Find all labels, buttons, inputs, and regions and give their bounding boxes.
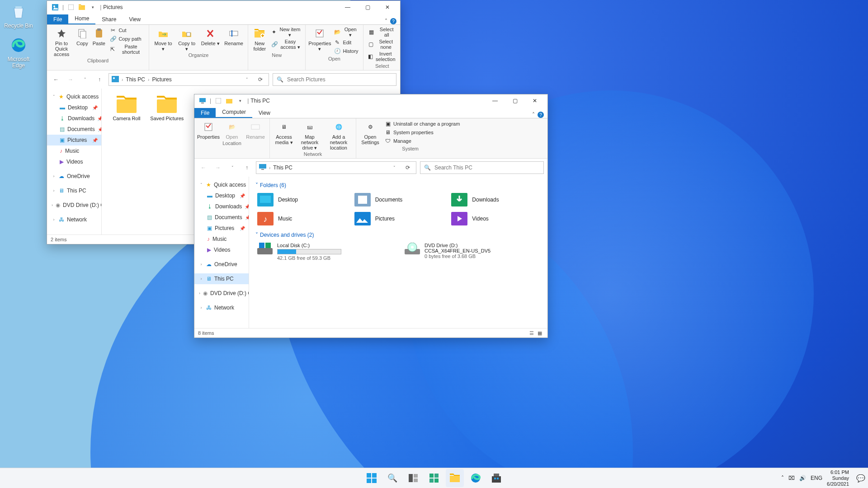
titlebar[interactable]: | ▾ | This PC — ▢ ✕ [194,94,547,107]
section-folders[interactable]: ˅Folders (6) [255,182,541,188]
access-media-button[interactable]: 🖥Access media ▾ [273,120,295,145]
tab-share[interactable]: Share [95,14,123,24]
maximize-button[interactable]: ▢ [358,1,377,14]
recent-locations-button[interactable]: ˅ [80,74,90,85]
maximize-button[interactable]: ▢ [505,94,525,107]
manage-button[interactable]: 🛡Manage [382,137,462,145]
tree-desktop[interactable]: ▬Desktop📌 [194,190,249,201]
breadcrumb-pictures[interactable]: Pictures [152,76,171,83]
pc-folder-downloads[interactable]: Downloads [449,191,541,208]
tray-language[interactable]: ENG [811,475,822,481]
tree-downloads[interactable]: ⭳Downloads📌 [194,201,249,212]
up-button[interactable]: ↑ [241,162,252,173]
chevron-right-icon[interactable]: › [148,77,149,82]
paste-shortcut-button[interactable]: ⇱Paste shortcut [108,43,146,55]
copy-button[interactable]: Copy [74,26,90,46]
tree-dvd[interactable]: ›◉DVD Drive (D:) CCSA [194,288,249,299]
tab-computer[interactable]: Computer [216,107,252,118]
cut-button[interactable]: ✂Cut [108,26,146,34]
tree-videos[interactable]: ▶Videos [194,244,249,255]
new-folder-button[interactable]: New folder [251,26,268,52]
up-button[interactable]: ↑ [94,74,105,85]
taskbar-clock[interactable]: 6:01 PM Sunday 6/20/2021 [827,469,849,487]
paste-button[interactable]: Paste [91,26,107,46]
icons-view-button[interactable]: ▦ [536,330,544,336]
tree-thispc[interactable]: ›🖥This PC [47,185,101,196]
pc-folder-pictures[interactable]: Pictures [353,210,444,227]
tab-file[interactable]: File [194,108,216,118]
chevron-right-icon[interactable]: › [269,165,270,170]
tab-view[interactable]: View [252,108,277,118]
nav-tree[interactable]: ˅★Quick access ▬Desktop📌 ⭳Downloads📌 ▤Do… [194,177,249,328]
address-dropdown-button[interactable]: ˅ [389,162,400,173]
tray-touchpad-icon[interactable]: ⌧ [788,475,795,481]
tab-file[interactable]: File [47,14,68,24]
start-button[interactable] [363,469,381,487]
copy-to-button[interactable]: Copy to ▾ [175,26,198,52]
folder-icon[interactable] [78,4,85,11]
back-button[interactable]: ← [198,162,209,173]
collapse-ribbon-icon[interactable]: ˄ [532,112,535,118]
forward-button[interactable]: → [212,162,223,173]
tray-chevron-icon[interactable]: ˄ [781,475,784,481]
map-drive-button[interactable]: 🖴Map network drive ▾ [296,120,323,150]
taskbar[interactable]: 🔍 ˄ ⌧ 🔊 ENG 6:01 PM Sunday 6/20/2021 💬 [0,468,868,488]
forward-button[interactable]: → [65,74,76,85]
pc-folder-music[interactable]: ♪Music [255,210,347,227]
taskbar-store[interactable] [487,469,505,487]
tree-music[interactable]: ♪Music [47,145,101,156]
tree-thispc[interactable]: ›🖥This PC [194,273,249,284]
edit-button[interactable]: ✎Edit [332,38,360,47]
minimize-button[interactable]: — [485,94,505,107]
delete-button[interactable]: Delete ▾ [199,26,222,46]
select-all-button[interactable]: ▦Select all [366,26,398,38]
history-button[interactable]: 🕘History [332,47,360,55]
tree-documents[interactable]: ▤Documents📌 [194,212,249,223]
open-settings-button[interactable]: ⚙Open Settings [359,120,382,145]
widgets-button[interactable] [425,469,443,487]
save-icon[interactable] [215,97,222,104]
pc-folder-videos[interactable]: Videos [449,210,541,227]
uninstall-button[interactable]: ▣Uninstall or change a program [382,120,462,128]
tree-pictures[interactable]: ▣Pictures📌 [47,135,101,145]
invert-selection-button[interactable]: ◧Invert selection [366,51,398,62]
properties-button[interactable]: Properties [197,120,220,140]
help-icon[interactable]: ? [538,112,544,118]
search-input[interactable] [434,164,540,171]
system-properties-button[interactable]: 🖥System properties [382,128,462,136]
tab-home[interactable]: Home [68,14,95,24]
easy-access-button[interactable]: 🔗Easy access ▾ [269,38,303,50]
drive-dvd-d[interactable]: DVD Drive (D:) CCSA_X64FRE_EN-US_DV5 0 b… [403,241,541,263]
search-input[interactable] [286,76,392,83]
pc-folder-documents[interactable]: Documents [353,191,444,208]
address-dropdown-button[interactable]: ˅ [241,74,252,85]
desktop[interactable]: Recycle Bin Microsoft Edge | ▾ | Picture… [0,0,868,488]
new-item-button[interactable]: ✦New item ▾ [269,26,303,38]
chevron-down-icon[interactable]: ▾ [236,97,244,104]
address-bar[interactable]: › This PC › Pictures ˅ ⟳ [108,73,269,86]
recent-locations-button[interactable]: ˅ [227,162,238,173]
tree-dvd[interactable]: ›◉DVD Drive (D:) CCSA [47,200,101,211]
close-button[interactable]: ✕ [525,94,545,107]
tree-onedrive[interactable]: ›☁OneDrive [47,171,101,182]
tree-network[interactable]: ›🖧Network [47,214,101,225]
tree-music[interactable]: ♪Music [194,234,249,244]
tab-view[interactable]: View [123,14,147,24]
tree-desktop[interactable]: ▬Desktop📌 [47,102,101,113]
chevron-down-icon[interactable]: ▾ [89,4,96,11]
open-button[interactable]: 📂Open [221,120,243,140]
search-box[interactable]: 🔍 [273,73,396,86]
move-to-button[interactable]: Move to ▾ [152,26,175,52]
properties-button[interactable]: Properties ▾ [308,26,331,52]
tree-downloads[interactable]: ⭳Downloads📌 [47,113,101,124]
add-network-location-button[interactable]: 🌐Add a network location [324,120,353,150]
folder-saved-pictures[interactable]: Saved Pictures [149,96,184,121]
back-button[interactable]: ← [51,74,61,85]
pc-folder-desktop[interactable]: Desktop [255,191,347,208]
rename-button[interactable]: Rename [244,120,267,140]
details-view-button[interactable]: ☰ [528,330,536,336]
folder-camera-roll[interactable]: Camera Roll [109,96,144,121]
titlebar[interactable]: | ▾ | Pictures — ▢ ✕ [47,1,400,14]
tree-onedrive[interactable]: ›☁OneDrive [194,259,249,270]
save-icon[interactable] [67,4,75,11]
